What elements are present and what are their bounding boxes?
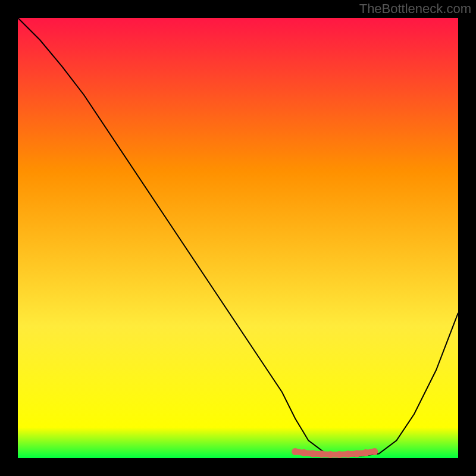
fit-marker-point (353, 450, 361, 458)
fit-marker-point (327, 451, 334, 458)
fit-marker-point (292, 448, 299, 455)
chart-background (18, 18, 458, 458)
fit-marker-point (336, 451, 343, 458)
fit-marker-point (318, 450, 325, 458)
chart-plot (18, 18, 458, 458)
chart-svg (18, 18, 458, 458)
fit-marker-point (309, 450, 317, 458)
fit-marker-point (362, 449, 369, 456)
fit-marker-point (300, 449, 308, 456)
fit-marker-point (345, 450, 352, 458)
watermark-label: TheBottleneck.com (359, 1, 471, 17)
fit-marker-point (371, 448, 378, 455)
